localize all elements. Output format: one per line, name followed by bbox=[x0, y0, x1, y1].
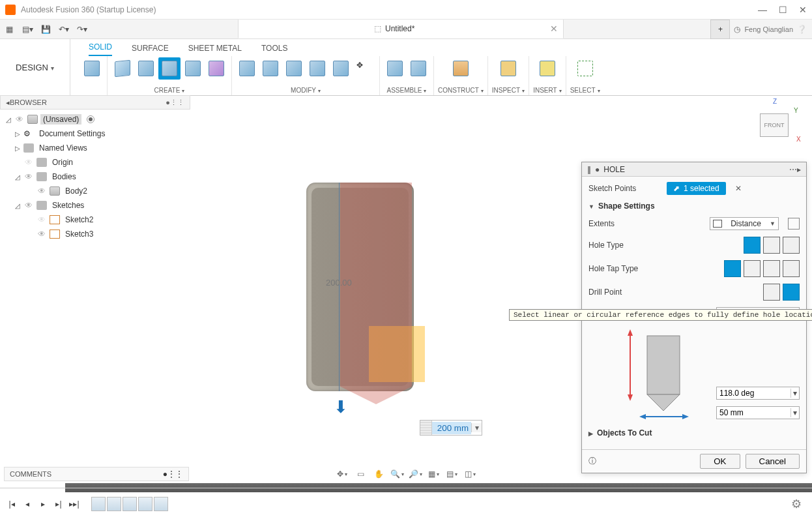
diameter-input-box[interactable]: ▾ bbox=[716, 406, 800, 419]
plane-button[interactable] bbox=[450, 57, 472, 80]
drill-flat[interactable] bbox=[763, 284, 780, 301]
new-component-button[interactable] bbox=[384, 57, 406, 80]
tree-sketch2[interactable]: 👁 Sketch2 bbox=[5, 213, 188, 227]
clear-selection-button[interactable]: ✕ bbox=[735, 184, 742, 193]
ok-button[interactable]: OK bbox=[700, 454, 740, 469]
dimension-input[interactable] bbox=[432, 422, 471, 434]
diameter-dropdown[interactable]: ▾ bbox=[790, 408, 799, 417]
tab-surface[interactable]: SURFACE bbox=[132, 44, 169, 56]
dimension-input-box[interactable]: ▾ bbox=[420, 420, 482, 436]
box-button[interactable] bbox=[111, 57, 134, 80]
insert-label[interactable]: INSERT bbox=[533, 87, 562, 94]
close-tab-button[interactable]: ✕ bbox=[550, 23, 558, 34]
objects-to-cut-header[interactable]: Objects To Cut bbox=[588, 428, 800, 437]
tree-sketches[interactable]: ◿👁 Sketches bbox=[5, 198, 188, 213]
angle-input[interactable] bbox=[717, 387, 790, 399]
user-name[interactable]: Feng Qianglian bbox=[744, 25, 793, 33]
viewport-layout-button[interactable]: ◫ bbox=[462, 467, 478, 481]
comments-panel[interactable]: COMMENTS ● ⋮⋮ bbox=[4, 467, 189, 481]
dialog-dock-icon[interactable]: ‖ bbox=[587, 165, 591, 174]
tab-solid[interactable]: SOLID bbox=[89, 42, 112, 56]
combine-button[interactable] bbox=[306, 57, 328, 80]
angle-dropdown[interactable]: ▾ bbox=[790, 389, 799, 398]
new-tab-button[interactable]: + bbox=[710, 20, 730, 39]
measure-button[interactable] bbox=[497, 57, 519, 80]
browser-grip-icon[interactable]: ⋮⋮ bbox=[170, 98, 184, 107]
select-button[interactable] bbox=[574, 57, 596, 80]
grid-button[interactable]: ▤ bbox=[444, 467, 459, 481]
create-label[interactable]: CREATE bbox=[154, 87, 185, 94]
tree-root[interactable]: ◿👁 (Unsaved) bbox=[5, 112, 188, 126]
move-button[interactable]: ✥ bbox=[353, 57, 375, 80]
timeline-end-button[interactable]: ▸▸| bbox=[68, 497, 81, 511]
cylinder-button[interactable] bbox=[135, 57, 157, 80]
angle-input-box[interactable]: ▾ bbox=[716, 387, 800, 400]
timeline-feature-4[interactable] bbox=[138, 497, 152, 511]
add-comment-icon[interactable]: ● bbox=[163, 469, 167, 479]
select-label[interactable]: SELECT bbox=[570, 87, 600, 94]
insert-button[interactable] bbox=[536, 57, 558, 80]
tap-taper[interactable] bbox=[783, 260, 800, 277]
cancel-button[interactable]: Cancel bbox=[746, 454, 800, 469]
hole-button[interactable] bbox=[158, 57, 181, 80]
browser-collapse-icon[interactable]: ● bbox=[166, 98, 170, 106]
timeline-start-button[interactable]: |◂ bbox=[5, 497, 18, 511]
comments-grip-icon[interactable]: ⋮⋮ bbox=[167, 469, 183, 479]
workspace-selector[interactable]: DESIGN bbox=[0, 39, 70, 95]
timeline-feature-3[interactable] bbox=[123, 497, 137, 511]
tab-tools[interactable]: TOOLS bbox=[261, 44, 287, 56]
new-sketch-button[interactable] bbox=[81, 57, 103, 80]
shape-settings-header[interactable]: Shape Settings bbox=[588, 201, 800, 211]
look-at-button[interactable]: ▭ bbox=[353, 467, 368, 481]
tree-body2[interactable]: 👁 Body2 bbox=[5, 184, 188, 198]
dialog-more-icon[interactable]: ⋯▸ bbox=[789, 165, 801, 174]
split-button[interactable] bbox=[330, 57, 352, 80]
selection-pill[interactable]: ⬈ 1 selected bbox=[667, 182, 726, 195]
info-icon[interactable]: ⓘ bbox=[588, 456, 695, 467]
dialog-header[interactable]: ‖ ● HOLE ⋯▸ bbox=[582, 162, 806, 177]
timeline-settings-icon[interactable]: ⚙ bbox=[791, 497, 802, 511]
tree-sketch3[interactable]: 👁 Sketch3 bbox=[5, 227, 188, 241]
timeline-back-button[interactable]: ◂ bbox=[21, 497, 34, 511]
viewcube-face[interactable]: FRONT bbox=[760, 113, 789, 137]
pan-button[interactable]: ✋ bbox=[371, 467, 386, 481]
fillet-button[interactable] bbox=[259, 57, 282, 80]
tap-clearance[interactable] bbox=[744, 260, 761, 277]
display-button[interactable]: ▦ bbox=[426, 467, 441, 481]
modify-label[interactable]: MODIFY bbox=[291, 87, 321, 94]
browser-header[interactable]: ◂ BROWSER ● ⋮⋮ bbox=[0, 95, 190, 110]
pin-icon[interactable]: ● bbox=[595, 165, 600, 174]
redo-button[interactable]: ↷▾ bbox=[73, 20, 91, 38]
hole-type-countersink[interactable] bbox=[783, 237, 800, 254]
hole-preview[interactable] bbox=[340, 183, 412, 404]
extents-flip-button[interactable] bbox=[788, 218, 800, 230]
tree-origin[interactable]: 👁 Origin bbox=[5, 155, 188, 170]
tab-sheet-metal[interactable]: SHEET METAL bbox=[188, 44, 242, 56]
tap-none[interactable] bbox=[724, 260, 741, 277]
timeline-play-button[interactable]: ▸ bbox=[36, 497, 50, 511]
activate-radio[interactable] bbox=[87, 115, 94, 123]
tree-doc-settings[interactable]: ▷⚙ Document Settings bbox=[5, 126, 188, 141]
direction-arrow-icon[interactable]: ⬇ bbox=[334, 397, 348, 417]
grip-icon[interactable] bbox=[420, 421, 432, 435]
press-pull-button[interactable] bbox=[236, 57, 258, 80]
assemble-label[interactable]: ASSEMBLE bbox=[387, 87, 427, 94]
document-tab[interactable]: ⬚ Untitled* ✕ bbox=[238, 20, 564, 38]
tap-tapped[interactable] bbox=[763, 260, 780, 277]
fit-button[interactable]: 🔎 bbox=[407, 467, 423, 481]
drill-angle[interactable] bbox=[783, 284, 800, 301]
timeline-feature-1[interactable] bbox=[91, 497, 106, 511]
extents-combo[interactable]: Distance ▼ bbox=[710, 217, 779, 230]
pattern-button[interactable] bbox=[182, 57, 204, 80]
close-button[interactable]: ✕ bbox=[799, 5, 807, 15]
tree-named-views[interactable]: ▷ Named Views bbox=[5, 141, 188, 155]
orbit-button[interactable]: ✥ bbox=[334, 467, 350, 481]
undo-button[interactable]: ↶▾ bbox=[55, 20, 73, 38]
zoom-button[interactable]: 🔍 bbox=[389, 467, 405, 481]
hole-type-counterbore[interactable] bbox=[763, 237, 780, 254]
timeline-forward-button[interactable]: ▸| bbox=[52, 497, 65, 511]
minimize-button[interactable]: — bbox=[758, 5, 767, 15]
help-icon[interactable]: ❔ bbox=[797, 25, 807, 34]
diameter-input[interactable] bbox=[717, 407, 790, 419]
tree-bodies[interactable]: ◿👁 Bodies bbox=[5, 170, 188, 184]
